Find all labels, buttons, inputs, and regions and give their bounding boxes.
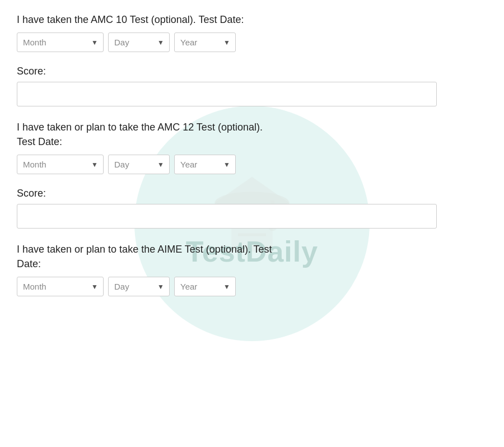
amc10-label: I have taken the AMC 10 Test (optional).… [17, 12, 487, 27]
aime-year-select[interactable]: Year 2024 2023 2022 2021 2020 [174, 277, 236, 296]
aime-month-wrapper: Month January February March April May J… [17, 277, 104, 296]
amc12-date-row: Month January February March April May J… [17, 155, 487, 174]
aime-month-select[interactable]: Month January February March April May J… [17, 277, 104, 296]
amc12-score-section: Score: [17, 188, 487, 229]
amc12-day-wrapper: Day 123 456 789 101112 131415 161718 192… [108, 155, 170, 174]
amc10-day-wrapper: Day 123 456 789 101112 131415 161718 192… [108, 32, 170, 52]
amc12-label: I have taken or plan to take the AMC 12 … [17, 120, 487, 149]
aime-day-select[interactable]: Day 123 456 789 101112 131415 161718 192… [108, 277, 170, 296]
aime-year-wrapper: Year 2024 2023 2022 2021 2020 ▼ [174, 277, 236, 296]
amc12-score-input[interactable] [17, 204, 437, 229]
amc12-year-wrapper: Year 2024 2023 2022 2021 2020 ▼ [174, 155, 236, 174]
amc10-section: I have taken the AMC 10 Test (optional).… [17, 12, 487, 52]
amc10-year-select[interactable]: Year 2024 2023 2022 2021 2020 [174, 32, 236, 52]
page-content: I have taken the AMC 10 Test (optional).… [0, 0, 504, 322]
amc10-month-select[interactable]: Month January February March April May J… [17, 32, 104, 52]
amc10-month-wrapper: Month January February March April May J… [17, 32, 104, 52]
amc10-score-input[interactable] [17, 82, 437, 106]
aime-date-row: Month January February March April May J… [17, 277, 487, 296]
amc12-section: I have taken or plan to take the AMC 12 … [17, 120, 487, 174]
amc10-day-select[interactable]: Day 123 456 789 101112 131415 161718 192… [108, 32, 170, 52]
amc12-day-select[interactable]: Day 123 456 789 101112 131415 161718 192… [108, 155, 170, 174]
amc10-date-row: Month January February March April May J… [17, 32, 487, 52]
amc12-month-select[interactable]: Month January February March April May J… [17, 155, 104, 174]
amc10-year-wrapper: Year 2024 2023 2022 2021 2020 ▼ [174, 32, 236, 52]
amc12-year-select[interactable]: Year 2024 2023 2022 2021 2020 [174, 155, 236, 174]
amc12-score-label: Score: [17, 188, 487, 199]
aime-label: I have taken or plan to take the AIME Te… [17, 242, 487, 271]
aime-day-wrapper: Day 123 456 789 101112 131415 161718 192… [108, 277, 170, 296]
amc10-score-section: Score: [17, 66, 487, 106]
aime-section: I have taken or plan to take the AIME Te… [17, 242, 487, 296]
amc12-month-wrapper: Month January February March April May J… [17, 155, 104, 174]
amc10-score-label: Score: [17, 66, 487, 77]
